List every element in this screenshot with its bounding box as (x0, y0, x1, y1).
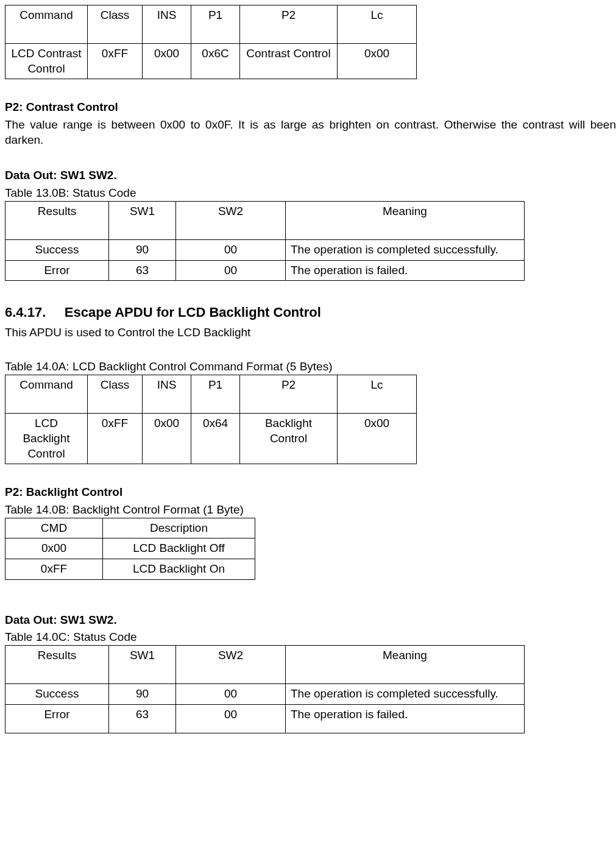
td-results: Success (5, 684, 109, 705)
table-status-14c: Results SW1 SW2 Meaning Success 90 00 Th… (5, 645, 525, 733)
td-sw2: 00 (176, 684, 286, 705)
td-class: 0xFF (88, 414, 143, 464)
th-command: Command (5, 5, 88, 44)
td-ins: 0x00 (143, 44, 191, 79)
td-sw2: 00 (176, 704, 286, 733)
heading-dataout-13: Data Out: SW1 SW2. (5, 168, 616, 183)
text-p2-contrast-body: The value range is between 0x00 to 0x0F.… (5, 118, 616, 147)
td-sw2: 00 (176, 239, 286, 260)
th-p1: P1 (191, 5, 240, 44)
section-intro: This APDU is used to Control the LCD Bac… (5, 325, 616, 341)
th-sw1: SW1 (109, 646, 176, 684)
section-number: 6.4.17. (5, 305, 46, 320)
caption-table-13b: Table 13.0B: Status Code (5, 186, 616, 201)
td-results: Success (5, 239, 109, 260)
td-results: Error (5, 260, 109, 281)
td-p2: Backlight Control (240, 414, 338, 464)
td-sw1: 90 (109, 239, 176, 260)
table-lcd-contrast-command: Command Class INS P1 P2 Lc LCD Contrast … (5, 5, 417, 79)
heading-p2-backlight: P2: Backlight Control (5, 485, 616, 500)
td-sw1: 63 (109, 260, 176, 281)
heading-p2-contrast: P2: Contrast Control (5, 100, 616, 115)
td-sw2: 00 (176, 260, 286, 281)
td-p2: Contrast Control (240, 44, 338, 79)
th-results: Results (5, 201, 109, 239)
th-lc: Lc (338, 5, 417, 44)
th-meaning: Meaning (286, 646, 525, 684)
th-meaning: Meaning (286, 201, 525, 239)
td-meaning: The operation is completed successfully. (286, 684, 525, 705)
th-sw2: SW2 (176, 646, 286, 684)
caption-table-14b: Table 14.0B: Backlight Control Format (1… (5, 503, 616, 518)
th-command: Command (5, 375, 88, 414)
table-backlight-format: CMD Description 0x00 LCD Backlight Off 0… (5, 518, 255, 580)
section-title: Escape APDU for LCD Backlight Control (65, 305, 321, 320)
th-ins: INS (143, 5, 191, 44)
th-cmd: CMD (5, 518, 103, 538)
td-lc: 0x00 (338, 414, 417, 464)
th-p2: P2 (240, 5, 338, 44)
th-sw1: SW1 (109, 201, 176, 239)
th-ins: INS (143, 375, 191, 414)
td-class: 0xFF (88, 44, 143, 79)
th-results: Results (5, 646, 109, 684)
td-desc: LCD Backlight On (103, 559, 255, 579)
th-lc: Lc (338, 375, 417, 414)
td-meaning: The operation is completed successfully. (286, 239, 525, 260)
th-class: Class (88, 5, 143, 44)
heading-dataout-14: Data Out: SW1 SW2. (5, 613, 616, 628)
td-meaning: The operation is failed. (286, 260, 525, 281)
td-p1: 0x64 (191, 414, 240, 464)
td-sw1: 63 (109, 704, 176, 733)
caption-table-14a: Table 14.0A: LCD Backlight Control Comma… (5, 359, 616, 375)
table-lcd-backlight-command: Command Class INS P1 P2 Lc LCD Backlight… (5, 375, 417, 464)
td-cmd: 0xFF (5, 559, 103, 579)
th-sw2: SW2 (176, 201, 286, 239)
th-p2: P2 (240, 375, 338, 414)
td-command: LCD Contrast Control (5, 44, 88, 79)
td-sw1: 90 (109, 684, 176, 705)
section-heading: 6.4.17. Escape APDU for LCD Backlight Co… (5, 304, 616, 322)
td-ins: 0x00 (143, 414, 191, 464)
th-p1: P1 (191, 375, 240, 414)
table-status-13b: Results SW1 SW2 Meaning Success 90 00 Th… (5, 201, 525, 281)
td-meaning: The operation is failed. (286, 704, 525, 733)
th-desc: Description (103, 518, 255, 538)
caption-table-14c: Table 14.0C: Status Code (5, 630, 616, 645)
td-cmd: 0x00 (5, 538, 103, 559)
td-results: Error (5, 704, 109, 733)
th-class: Class (88, 375, 143, 414)
td-desc: LCD Backlight Off (103, 538, 255, 559)
td-p1: 0x6C (191, 44, 240, 79)
td-lc: 0x00 (338, 44, 417, 79)
td-command: LCD Backlight Control (5, 414, 88, 464)
